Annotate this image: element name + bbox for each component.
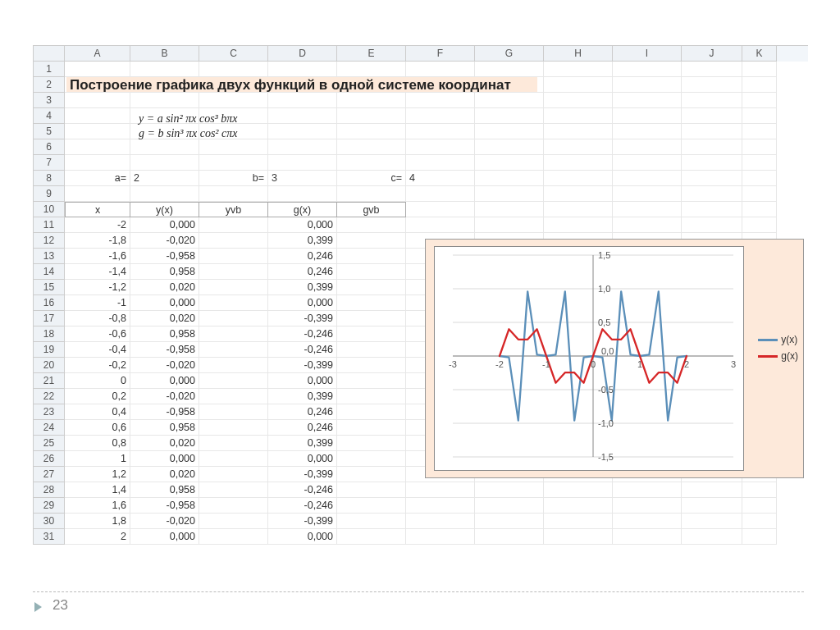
column-header-F[interactable]: F [406,46,475,62]
cell-A17[interactable]: -0,8 [65,311,130,326]
row-header-6[interactable]: 6 [34,139,65,155]
cell-B12[interactable]: -0,020 [130,233,199,249]
column-header-C[interactable]: C [199,46,268,62]
cell-D10[interactable]: g(x) [268,202,337,217]
cell-J11[interactable] [682,217,742,233]
cell-F5[interactable] [406,124,475,139]
cell-C28[interactable] [199,482,268,498]
cell-H9[interactable] [544,186,613,202]
cell-D11[interactable]: 0,000 [268,217,337,233]
column-header-H[interactable]: H [544,46,613,62]
cell-I2[interactable] [613,77,682,93]
row-header-9[interactable]: 9 [34,186,65,202]
cell-I6[interactable] [613,139,682,155]
cell-K29[interactable] [742,498,777,514]
cell-E1[interactable] [337,62,406,77]
cell-A22[interactable]: 0,2 [65,389,130,404]
cell-C29[interactable] [199,498,268,514]
cell-B7[interactable] [130,155,199,171]
cell-E18[interactable] [337,326,406,342]
cell-G28[interactable] [475,482,544,498]
cell-H8[interactable] [544,171,613,186]
cell-C1[interactable] [199,62,268,77]
cell-A15[interactable]: -1,2 [65,280,130,295]
cell-G29[interactable] [475,498,544,514]
cell-J10[interactable] [682,202,742,217]
cell-F8[interactable]: 4 [406,171,475,186]
cell-C12[interactable] [199,233,268,249]
cell-D19[interactable]: -0,246 [268,342,337,358]
cell-D24[interactable]: 0,246 [268,420,337,436]
cell-D5[interactable] [268,124,337,139]
cell-D29[interactable]: -0,246 [268,498,337,514]
column-header-G[interactable]: G [475,46,544,62]
cell-K1[interactable] [742,62,777,77]
cell-E10[interactable]: gvb [337,202,406,217]
cell-C22[interactable] [199,389,268,404]
cell-C6[interactable] [199,139,268,155]
cell-K8[interactable] [742,171,777,186]
cell-G8[interactable] [475,171,544,186]
cell-A7[interactable] [65,155,130,171]
cell-K7[interactable] [742,155,777,171]
cell-B31[interactable]: 0,000 [130,529,199,545]
cell-A9[interactable] [65,186,130,202]
row-header-16[interactable]: 16 [34,295,65,311]
cell-H2[interactable] [544,77,613,93]
cell-C9[interactable] [199,186,268,202]
row-header-8[interactable]: 8 [34,171,65,186]
cell-A20[interactable]: -0,2 [65,358,130,373]
cell-K3[interactable] [742,93,777,108]
row-header-28[interactable]: 28 [34,482,65,498]
cell-E9[interactable] [337,186,406,202]
cell-I3[interactable] [613,93,682,108]
cell-C30[interactable] [199,514,268,529]
cell-A21[interactable]: 0 [65,373,130,389]
cell-K4[interactable] [742,108,777,124]
cell-F7[interactable] [406,155,475,171]
cell-H11[interactable] [544,217,613,233]
cell-C13[interactable] [199,249,268,264]
cell-D17[interactable]: -0,399 [268,311,337,326]
cell-H1[interactable] [544,62,613,77]
column-header-E[interactable]: E [337,46,406,62]
cell-E8[interactable]: c= [337,171,406,186]
cell-I1[interactable] [613,62,682,77]
row-header-18[interactable]: 18 [34,326,65,342]
cell-B9[interactable] [130,186,199,202]
cell-C26[interactable] [199,451,268,467]
cell-C17[interactable] [199,311,268,326]
cell-F4[interactable] [406,108,475,124]
cell-B21[interactable]: 0,000 [130,373,199,389]
cell-B22[interactable]: -0,020 [130,389,199,404]
column-header-A[interactable]: A [65,46,130,62]
cell-F31[interactable] [406,529,475,545]
cell-D15[interactable]: 0,399 [268,280,337,295]
column-header-K[interactable]: K [742,46,777,62]
row-header-31[interactable]: 31 [34,529,65,545]
cell-J29[interactable] [682,498,742,514]
cell-A26[interactable]: 1 [65,451,130,467]
cell-G4[interactable] [475,108,544,124]
cell-G31[interactable] [475,529,544,545]
cell-C31[interactable] [199,529,268,545]
cell-A18[interactable]: -0,6 [65,326,130,342]
row-header-19[interactable]: 19 [34,342,65,358]
cell-A25[interactable]: 0,8 [65,436,130,451]
cell-A14[interactable]: -1,4 [65,264,130,280]
cell-E5[interactable] [337,124,406,139]
cell-J9[interactable] [682,186,742,202]
cell-D22[interactable]: 0,399 [268,389,337,404]
cell-D26[interactable]: 0,000 [268,451,337,467]
cell-B27[interactable]: 0,020 [130,467,199,482]
chart-object[interactable]: -3-2-10123-1,5-1,0-0,50,00,51,01,5 y(x) … [425,239,804,478]
cell-B15[interactable]: 0,020 [130,280,199,295]
cell-A13[interactable]: -1,6 [65,249,130,264]
cell-C27[interactable] [199,467,268,482]
cell-F28[interactable] [406,482,475,498]
cell-G6[interactable] [475,139,544,155]
cell-A8[interactable]: a= [65,171,130,186]
cell-G9[interactable] [475,186,544,202]
cell-E21[interactable] [337,373,406,389]
cell-J5[interactable] [682,124,742,139]
